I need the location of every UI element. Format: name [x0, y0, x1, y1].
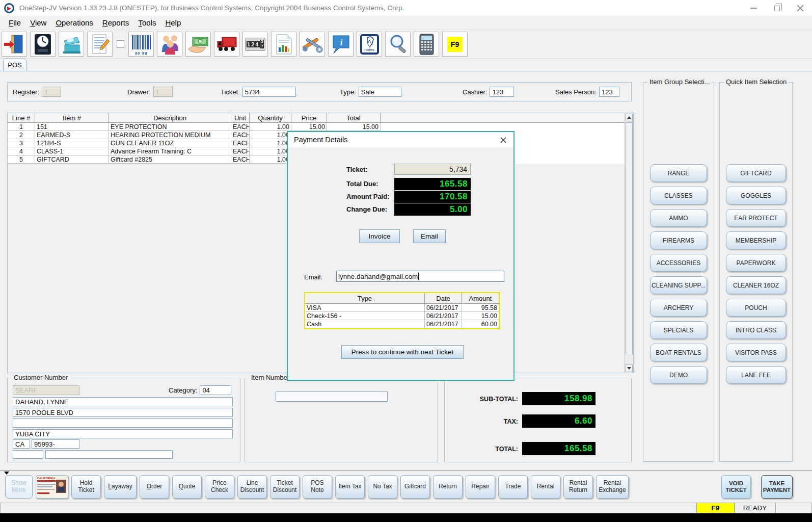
ticket-discount-button[interactable]: Ticket Discount — [270, 475, 300, 499]
toolbar-checkbox[interactable] — [117, 40, 124, 48]
payment-row[interactable]: Check-156 -06/21/201715.00 — [305, 312, 499, 320]
customers-button[interactable] — [157, 32, 182, 57]
rental-button[interactable]: Rental — [531, 475, 560, 499]
order-button[interactable]: Order — [140, 475, 169, 499]
minimize-button[interactable] — [742, 0, 765, 16]
customer-number-field[interactable]: SEARF — [13, 385, 79, 395]
menu-operations[interactable]: Operations — [52, 17, 96, 28]
layaway-button[interactable]: Layaway — [104, 475, 137, 499]
group-button-classes[interactable]: CLASSES — [650, 187, 707, 204]
scrollbar-thumb[interactable] — [626, 122, 633, 354]
price-check-button[interactable]: Price Check — [205, 475, 234, 499]
no-tax-button[interactable]: No Tax — [368, 475, 397, 499]
scroll-down-button[interactable] — [626, 364, 633, 372]
group-button-accessories[interactable]: ACCESSORIES — [650, 254, 707, 272]
hold-ticket-button[interactable]: Hold Ticket — [71, 475, 101, 499]
quick-button-paperwork[interactable]: PAPERWORK — [726, 254, 786, 272]
pay-col-date[interactable]: Date — [425, 293, 462, 304]
items-vertical-scrollbar[interactable] — [625, 113, 633, 373]
col-description[interactable]: Description — [109, 113, 231, 123]
col-total[interactable]: Total — [327, 113, 381, 123]
dialog-close-icon[interactable]: × — [499, 135, 507, 145]
customer-extra-field2[interactable] — [45, 450, 173, 459]
dialog-title-bar[interactable]: Payment Details × — [288, 132, 513, 147]
line-item-row[interactable]: 1151EYE PROTECTIONEACH1.0015.0015.00 — [8, 123, 633, 131]
quick-button-visitor-pass[interactable]: VISITOR PASS — [726, 344, 786, 361]
f9-button[interactable]: F9 — [442, 32, 468, 57]
customer-state-field[interactable]: CA — [13, 439, 30, 449]
invoice-button[interactable]: Invoice — [359, 229, 400, 243]
reports-button[interactable] — [271, 32, 296, 57]
scroll-up-button[interactable] — [626, 114, 633, 121]
menu-view[interactable]: View — [26, 17, 50, 28]
group-button-demo[interactable]: DEMO — [650, 366, 707, 384]
group-button-range[interactable]: RANGE — [650, 164, 707, 182]
return-button[interactable]: Return — [433, 475, 463, 499]
rental-return-button[interactable]: Rental Return — [563, 475, 593, 499]
time-clock-button[interactable] — [30, 32, 56, 57]
customer-address-field[interactable]: 1570 POOLE BLVD — [13, 408, 233, 417]
pos-notes-button[interactable]: notes — [357, 32, 382, 57]
customer-address2-field[interactable] — [13, 419, 233, 428]
group-button-cleaning-supplies[interactable]: CLEANING SUPP... — [650, 276, 707, 294]
close-button[interactable] — [789, 0, 812, 16]
payment-row[interactable]: Cash06/21/201760.00 — [305, 320, 499, 328]
quick-button-lane-fee[interactable]: LANE FEE — [726, 366, 786, 384]
quick-button-pouch[interactable]: POUCH — [726, 299, 786, 317]
cashier-field[interactable]: 123 — [490, 87, 514, 97]
col-line[interactable]: Line # — [8, 113, 35, 123]
quick-button-cleaner-16oz[interactable]: CLEANER 16OZ — [726, 276, 786, 294]
exit-button[interactable] — [2, 32, 27, 57]
pos-note-button[interactable]: POS Note — [303, 475, 332, 499]
col-item[interactable]: Item # — [35, 113, 109, 123]
quick-button-intro-class[interactable]: INTRO CLASS — [726, 321, 786, 339]
shipping-button[interactable] — [214, 32, 239, 57]
customer-city-field[interactable]: YUBA CITY — [13, 429, 233, 438]
repair-button[interactable]: Repair — [466, 475, 495, 499]
ticket-field[interactable]: 5734 — [242, 87, 296, 97]
giftcard-button[interactable]: Giftcard — [400, 475, 430, 499]
payment-row[interactable]: VISA06/21/201795.58 — [305, 304, 499, 312]
customer-name-field[interactable]: DAHAND, LYNNE — [13, 397, 233, 406]
group-button-archery[interactable]: ARCHERY — [650, 299, 707, 317]
line-discount-button[interactable]: Line Discount — [237, 475, 267, 499]
tender-button[interactable] — [185, 32, 211, 57]
calculator-button[interactable] — [414, 32, 439, 57]
continue-next-ticket-button[interactable]: Press to continue with next Ticket — [341, 345, 464, 359]
pay-col-amount[interactable]: Amount — [462, 293, 499, 304]
menu-help[interactable]: Help — [161, 17, 184, 28]
col-price[interactable]: Price — [291, 113, 327, 123]
trade-button[interactable]: Trade — [498, 475, 528, 499]
take-payment-button[interactable]: TAKE PAYMENT — [761, 475, 793, 499]
menu-tools[interactable]: Tools — [134, 17, 159, 28]
quick-button-goggles[interactable]: GOGGLES — [726, 187, 786, 204]
quote-button[interactable]: Quote — [172, 475, 202, 499]
tools-button[interactable] — [300, 32, 325, 57]
tab-pos[interactable]: POS — [3, 59, 26, 71]
group-button-firearms[interactable]: FIREARMS — [650, 231, 707, 249]
item-tax-button[interactable]: Item Tax — [335, 475, 365, 499]
type-field[interactable]: Sale — [359, 87, 401, 97]
group-button-ammo[interactable]: AMMO — [650, 209, 707, 227]
info-button[interactable]: i — [328, 32, 354, 57]
quick-button-ear-protect[interactable]: EAR PROTECT — [726, 209, 786, 227]
splitter-arrow-icon[interactable] — [4, 472, 9, 475]
void-ticket-button[interactable]: VOID TICKET — [721, 475, 751, 499]
restore-button[interactable] — [765, 0, 789, 16]
group-button-boat-rentals[interactable]: BOAT RENTALS — [650, 344, 707, 361]
show-more-button[interactable]: Show More — [5, 475, 33, 499]
salesperson-field[interactable]: 123 — [599, 87, 619, 97]
edit-ticket-button[interactable] — [87, 32, 113, 57]
pay-col-type[interactable]: Type — [305, 293, 425, 304]
quick-button-membership[interactable]: MEMBERSHIP — [726, 231, 786, 249]
customer-extra-field[interactable] — [13, 450, 43, 459]
email-button[interactable]: Email — [413, 229, 446, 243]
cash-register-button[interactable] — [59, 32, 84, 57]
quick-button-giftcard[interactable]: GIFTCARD — [726, 164, 786, 182]
counter-button[interactable]: 124 57 — [242, 32, 268, 57]
email-input[interactable]: lynne.dahand@gmail.com — [336, 271, 504, 282]
customer-zip-field[interactable]: 95993- — [32, 439, 79, 449]
col-unit[interactable]: Unit — [231, 113, 250, 123]
barcode-button[interactable]: 30 98 — [128, 32, 154, 57]
customer-id-button[interactable]: CALIFORNIA — [36, 475, 68, 499]
